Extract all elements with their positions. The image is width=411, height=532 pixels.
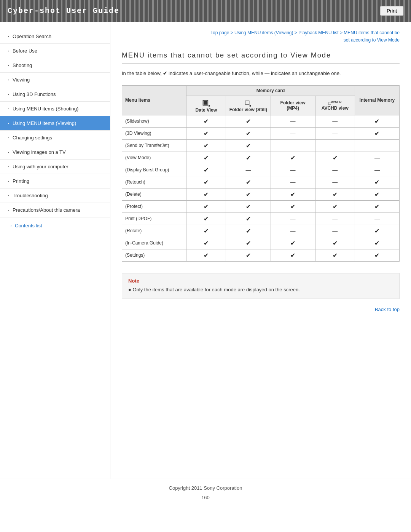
content-area: Top page > Using MENU items (Viewing) > … <box>110 22 411 479</box>
table-cell: ✔ <box>226 249 271 261</box>
sidebar-item-9[interactable]: Using with your computer <box>0 160 110 174</box>
app-title: Cyber-shot User Guide <box>8 6 119 15</box>
table-cell: — <box>315 225 355 237</box>
table-row: (In-Camera Guide)✔✔✔✔✔ <box>122 237 400 249</box>
table-cell: ✔ <box>186 188 226 200</box>
sidebar-item-10[interactable]: Printing <box>0 174 110 189</box>
table-cell: — <box>226 164 271 176</box>
arrow-icon: → <box>8 223 13 228</box>
main-container: Operation SearchBefore UseShootingViewin… <box>0 22 411 479</box>
table-cell-label: (Settings) <box>122 249 186 261</box>
table-cell: — <box>355 212 399 225</box>
page-title: MENU items that cannot be set according … <box>122 51 400 64</box>
table-row: (Delete)✔✔✔✔✔ <box>122 188 400 200</box>
breadcrumb: Top page > Using MENU items (Viewing) > … <box>122 29 400 44</box>
table-cell: ✔ <box>355 188 399 200</box>
table-cell: ✔ <box>226 139 271 152</box>
sidebar-item-2[interactable]: Shooting <box>0 58 110 73</box>
page-number: 160 <box>6 495 405 500</box>
sidebar-item-8[interactable]: Viewing images on a TV <box>0 145 110 160</box>
contents-list-link[interactable]: → Contents list <box>0 217 110 234</box>
sidebar-item-3[interactable]: Viewing <box>0 73 110 87</box>
table-cell: — <box>315 115 355 127</box>
table-cell: ✔ <box>271 200 315 212</box>
table-cell: — <box>355 164 399 176</box>
table-cell: — <box>355 139 399 152</box>
table-cell: — <box>355 152 399 164</box>
table-cell: ✔ <box>186 164 226 176</box>
table-cell: ✔ <box>271 188 315 200</box>
table-cell-label: (3D Viewing) <box>122 127 186 139</box>
table-cell: ✔ <box>355 115 399 127</box>
table-cell: — <box>315 139 355 152</box>
table-cell-label: (Delete) <box>122 188 186 200</box>
col-header-memory-card: Memory card <box>186 86 355 96</box>
sidebar: Operation SearchBefore UseShootingViewin… <box>0 22 110 479</box>
table-cell: ✔ <box>355 176 399 188</box>
table-cell: ✔ <box>355 249 399 261</box>
table-cell-label: (Display Burst Group) <box>122 164 186 176</box>
table-cell: — <box>271 212 315 225</box>
table-row: (View Mode)✔✔✔✔— <box>122 152 400 164</box>
table-row: (Retouch)✔✔——✔ <box>122 176 400 188</box>
table-cell: — <box>271 127 315 139</box>
description: In the table below, ✔ indicates a user-c… <box>122 70 400 78</box>
subheader-folder-view-still: □■ Folder view (Still) <box>226 96 271 115</box>
table-cell: ✔ <box>186 249 226 261</box>
table-cell-label: (In-Camera Guide) <box>122 237 186 249</box>
subheader-folder-view-mp4: Folder view (MP4) <box>271 96 315 115</box>
table-cell-label: (Send by TransferJet) <box>122 139 186 152</box>
note-box: Note ● Only the items that are available… <box>122 273 400 299</box>
table-cell: ✔ <box>226 200 271 212</box>
table-cell: ✔ <box>226 115 271 127</box>
table-cell: ✔ <box>226 237 271 249</box>
table-cell: ✔ <box>186 139 226 152</box>
sidebar-item-12[interactable]: Precautions/About this camera <box>0 203 110 217</box>
table-cell: — <box>315 212 355 225</box>
table-cell: ✔ <box>186 200 226 212</box>
table-cell: — <box>271 225 315 237</box>
sidebar-item-4[interactable]: Using 3D Functions <box>0 87 110 102</box>
footer: Copyright 2011 Sony Corporation 160 <box>0 479 411 506</box>
table-row: (Display Burst Group)✔———— <box>122 164 400 176</box>
table-cell: ✔ <box>315 237 355 249</box>
table-cell: ✔ <box>315 152 355 164</box>
table-cell: — <box>271 139 315 152</box>
table-cell: — <box>315 127 355 139</box>
note-content: ● Only the items that are available for … <box>128 286 393 294</box>
subheader-avchd: □AVCHD AVCHD view <box>315 96 355 115</box>
table-cell: ✔ <box>226 152 271 164</box>
table-cell: ✔ <box>186 127 226 139</box>
sidebar-item-6[interactable]: Using MENU items (Viewing) <box>0 116 110 131</box>
header: Cyber-shot User Guide Print <box>0 0 411 22</box>
sidebar-item-7[interactable]: Changing settings <box>0 131 110 145</box>
table-cell: ✔ <box>315 249 355 261</box>
table-row: (3D Viewing)✔✔——✔ <box>122 127 400 139</box>
subheader-date-view: ▣■ Date View <box>186 96 226 115</box>
print-button[interactable]: Print <box>380 6 403 16</box>
table-cell-label: (Rotate) <box>122 225 186 237</box>
sidebar-item-0[interactable]: Operation Search <box>0 29 110 44</box>
table-cell: ✔ <box>226 212 271 225</box>
table-cell: ✔ <box>226 127 271 139</box>
table-row: (Rotate)✔✔——✔ <box>122 225 400 237</box>
col-header-menu-items: Menu items <box>122 86 186 115</box>
table-cell: ✔ <box>186 212 226 225</box>
back-to-top-link[interactable]: Back to top <box>122 307 400 312</box>
sidebar-item-1[interactable]: Before Use <box>0 44 110 58</box>
sidebar-item-5[interactable]: Using MENU items (Shooting) <box>0 102 110 116</box>
table-row: (Slideshow)✔✔——✔ <box>122 115 400 127</box>
col-header-internal-memory: Internal Memory <box>355 86 399 115</box>
table-cell: ✔ <box>315 200 355 212</box>
table-cell: ✔ <box>186 237 226 249</box>
sidebar-item-11[interactable]: Troubleshooting <box>0 189 110 203</box>
table-cell-label: (View Mode) <box>122 152 186 164</box>
table-cell: ✔ <box>271 237 315 249</box>
table-cell: ✔ <box>271 152 315 164</box>
table-cell: ✔ <box>355 225 399 237</box>
table-cell: ✔ <box>186 176 226 188</box>
menu-table: Menu items Memory card Internal Memory ▣… <box>122 85 400 262</box>
table-row: (Send by TransferJet)✔✔——— <box>122 139 400 152</box>
copyright: Copyright 2011 Sony Corporation <box>6 485 405 491</box>
table-cell: ✔ <box>355 200 399 212</box>
